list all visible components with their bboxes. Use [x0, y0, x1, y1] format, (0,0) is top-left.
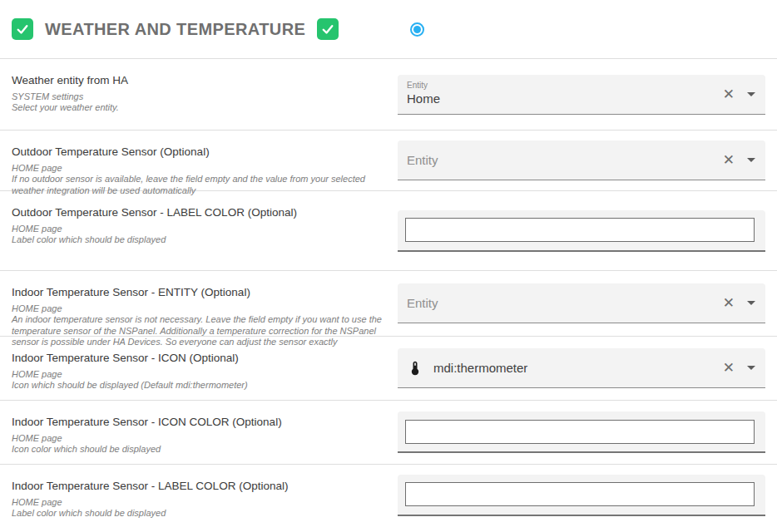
setting-description: Icon color which should be displayed	[12, 444, 386, 455]
color-field-container	[398, 411, 765, 453]
chevron-down-icon[interactable]	[747, 92, 755, 96]
setting-context: HOME page	[12, 303, 386, 314]
setting-description: Select your weather entity.	[12, 102, 386, 113]
setting-row: Outdoor Temperature Sensor - LABEL COLOR…	[0, 190, 777, 270]
setting-field	[398, 411, 765, 453]
check-icon	[15, 22, 30, 37]
setting-title: Outdoor Temperature Sensor (Optional)	[12, 145, 386, 158]
select-icons: ✕	[723, 153, 755, 167]
setting-context: HOME page	[12, 433, 386, 444]
setting-row: Indoor Temperature Sensor - LABEL COLOR …	[0, 464, 777, 526]
section-checkbox-right[interactable]	[317, 18, 339, 40]
setting-text: Outdoor Temperature Sensor - LABEL COLOR…	[0, 191, 398, 270]
setting-title: Indoor Temperature Sensor - ICON (Option…	[12, 352, 386, 364]
setting-context: HOME page	[12, 497, 386, 508]
setting-text: Outdoor Temperature Sensor (Optional) HO…	[0, 131, 398, 190]
setting-description: Label color which should be displayed	[12, 508, 386, 519]
select-placeholder: Entity	[407, 153, 438, 167]
setting-row: Outdoor Temperature Sensor (Optional) HO…	[0, 130, 777, 190]
select-text: Entity Home	[407, 81, 440, 106]
setting-row: Indoor Temperature Sensor - ICON (Option…	[0, 336, 777, 400]
settings-page: WEATHER AND TEMPERATURE Weather entity f…	[0, 0, 777, 532]
select-icons: ✕	[723, 296, 755, 310]
setting-field	[398, 475, 765, 516]
setting-row: Indoor Temperature Sensor - ENTITY (Opti…	[0, 270, 777, 336]
setting-context: HOME page	[12, 369, 386, 380]
thermometer-icon	[407, 360, 423, 377]
setting-title: Indoor Temperature Sensor - LABEL COLOR …	[12, 480, 386, 492]
setting-field: Entity ✕	[398, 140, 765, 180]
color-field-container	[398, 210, 765, 252]
select-label: Entity	[407, 81, 440, 91]
setting-text: Indoor Temperature Sensor - ICON (Option…	[0, 337, 398, 400]
setting-field: Entity ✕	[398, 283, 765, 323]
setting-title: Indoor Temperature Sensor - ENTITY (Opti…	[12, 286, 386, 298]
select-value: Home	[407, 91, 440, 107]
chevron-down-icon[interactable]	[747, 158, 755, 162]
clear-icon[interactable]: ✕	[723, 296, 735, 310]
setting-context: SYSTEM settings	[12, 91, 386, 102]
entity-select[interactable]: Entity ✕	[398, 283, 765, 323]
setting-text: Weather entity from HA SYSTEM settings S…	[0, 59, 398, 130]
icon-select[interactable]: mdi:thermometer ✕	[398, 348, 765, 388]
setting-context: HOME page	[12, 224, 386, 234]
page-title: WEATHER AND TEMPERATURE	[45, 20, 305, 39]
check-icon	[320, 22, 335, 37]
setting-title: Outdoor Temperature Sensor - LABEL COLOR…	[12, 206, 386, 219]
select-icons: ✕	[723, 361, 755, 375]
section-radio-button[interactable]	[410, 22, 424, 37]
section-header: WEATHER AND TEMPERATURE	[0, 0, 777, 58]
clear-icon[interactable]: ✕	[723, 87, 735, 101]
chevron-down-icon[interactable]	[747, 366, 755, 370]
setting-text: Indoor Temperature Sensor - ICON COLOR (…	[0, 401, 398, 464]
entity-select[interactable]: Entity Home ✕	[398, 75, 765, 115]
entity-select[interactable]: Entity ✕	[398, 140, 765, 180]
setting-context: HOME page	[12, 163, 386, 174]
section-checkbox-left[interactable]	[12, 18, 33, 40]
setting-row: Weather entity from HA SYSTEM settings S…	[0, 58, 777, 130]
icon-color-input[interactable]	[405, 420, 755, 444]
setting-field	[398, 210, 765, 252]
setting-text: Indoor Temperature Sensor - LABEL COLOR …	[0, 465, 398, 526]
label-color-input[interactable]	[405, 218, 755, 242]
clear-icon[interactable]: ✕	[723, 361, 735, 375]
select-value: mdi:thermometer	[433, 361, 527, 375]
setting-field: Entity Home ✕	[398, 75, 765, 115]
setting-field: mdi:thermometer ✕	[398, 348, 765, 388]
clear-icon[interactable]: ✕	[723, 153, 735, 167]
setting-title: Indoor Temperature Sensor - ICON COLOR (…	[12, 416, 386, 428]
setting-title: Weather entity from HA	[12, 74, 386, 86]
chevron-down-icon[interactable]	[747, 301, 755, 305]
setting-description: Icon which should be displayed (Default …	[12, 380, 386, 391]
select-icons: ✕	[723, 87, 755, 101]
select-placeholder: Entity	[407, 296, 438, 310]
label-color-input[interactable]	[405, 482, 755, 506]
setting-description: Label color which should be displayed	[12, 234, 386, 245]
setting-text: Indoor Temperature Sensor - ENTITY (Opti…	[0, 271, 398, 336]
radio-dot	[413, 26, 421, 33]
color-field-container	[398, 475, 765, 516]
setting-row: Indoor Temperature Sensor - ICON COLOR (…	[0, 400, 777, 464]
